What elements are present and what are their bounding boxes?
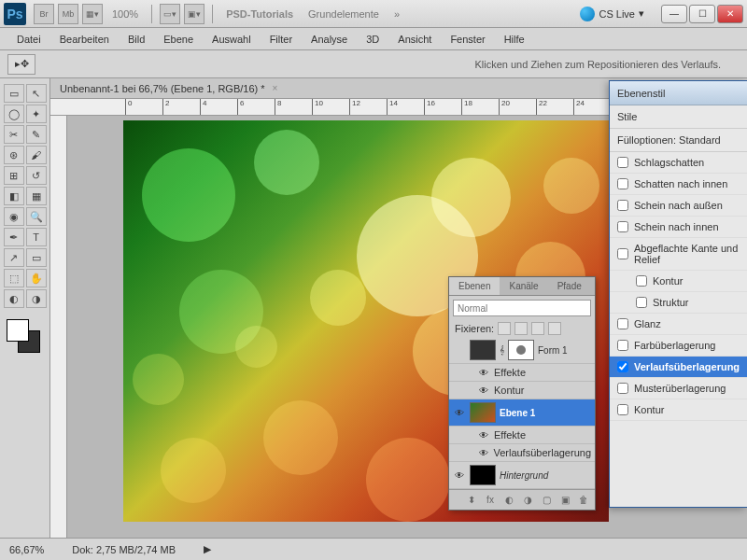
menu-filter[interactable]: Filter (261, 30, 302, 49)
tool-a[interactable]: ◐ (4, 289, 24, 308)
fx-row[interactable]: 👁Effekte (449, 364, 595, 382)
layer-thumb[interactable] (470, 340, 496, 360)
layer-thumb[interactable] (470, 465, 496, 485)
style-musterueberlagerung[interactable]: Musterüberlagerung (610, 378, 747, 399)
menu-hilfe[interactable]: Hilfe (495, 30, 534, 49)
style-schatten-innen[interactable]: Schatten nach innen (610, 174, 747, 195)
tool-heal[interactable]: ⊛ (4, 146, 24, 164)
style-schein-innen[interactable]: Schein nach innen (610, 217, 747, 238)
tool-brush[interactable]: 🖌 (26, 146, 47, 164)
dialog-title[interactable]: Ebenenstil (610, 81, 747, 105)
view-extras-icon[interactable]: ▦▾ (82, 4, 103, 24)
menu-ebene[interactable]: Ebene (154, 30, 203, 49)
style-kontur[interactable]: Kontur (610, 399, 747, 421)
adjustment-icon[interactable]: ◑ (520, 494, 535, 507)
style-farbueberlagerung[interactable]: Farbüberlagerung (610, 335, 747, 357)
tool-move2[interactable]: ↖ (26, 84, 47, 103)
tool-wand[interactable]: ✦ (26, 105, 47, 123)
fill-options-heading[interactable]: Fülloptionen: Standard (610, 129, 747, 152)
lock-position-icon[interactable] (531, 322, 544, 335)
tool-eraser[interactable]: ◧ (4, 187, 24, 205)
style-bevel[interactable]: Abgeflachte Kante und Relief (610, 238, 747, 271)
visibility-icon[interactable]: 👁 (453, 406, 466, 419)
toolbox: ▭↖ ◯✦ ✂✎ ⊛🖌 ⊞↺ ◧▦ ◉🔍 ✒T ↗▭ ⬚✋ ◐◑ (0, 78, 50, 538)
layer-thumb[interactable] (470, 402, 496, 423)
tab-kanaele[interactable]: Kanäle (500, 277, 547, 295)
layers-footer: ⬍ fx ◐ ◑ ▢ ▣ 🗑 (449, 489, 595, 510)
minimize-button[interactable]: — (661, 5, 687, 23)
new-layer-icon[interactable]: ▣ (557, 494, 572, 507)
layer-row[interactable]: 👁 Hintergrund (449, 462, 595, 489)
tool-move[interactable]: ▭ (4, 84, 24, 103)
layer-row[interactable]: 👁 Ebene 1 (449, 399, 595, 427)
status-arrow-icon[interactable]: ▶ (204, 543, 211, 555)
visibility-icon[interactable]: 👁 (453, 469, 466, 482)
workspace-more[interactable]: » (387, 8, 407, 20)
menu-datei[interactable]: Datei (7, 30, 50, 49)
tool-pen[interactable]: ✒ (4, 228, 24, 246)
menu-auswahl[interactable]: Auswahl (203, 30, 261, 49)
tool-stamp[interactable]: ⊞ (4, 166, 24, 185)
zoom-level[interactable]: 100% (105, 8, 146, 20)
menu-3d[interactable]: 3D (357, 30, 388, 49)
tool-lasso[interactable]: ◯ (4, 105, 24, 123)
workspace-psd-tutorials[interactable]: PSD-Tutorials (218, 8, 301, 20)
menubar: Datei Bearbeiten Bild Ebene Auswahl Filt… (0, 28, 747, 50)
group-icon[interactable]: ▢ (539, 494, 554, 507)
mask-icon[interactable]: ◐ (501, 494, 516, 507)
lock-pixels-icon[interactable] (514, 322, 528, 335)
tool-3d[interactable]: ⬚ (4, 269, 24, 287)
maximize-button[interactable]: ☐ (689, 5, 715, 23)
style-schein-aussen[interactable]: Schein nach außen (610, 195, 747, 217)
style-schlagschatten[interactable]: Schlagschatten (610, 152, 747, 174)
close-tab-icon[interactable]: × (273, 83, 278, 93)
style-kontur-sub[interactable]: Kontur (610, 271, 747, 292)
link-layers-icon[interactable]: ⬍ (464, 494, 479, 507)
fx-item[interactable]: 👁Kontur (449, 382, 595, 399)
tool-dodge[interactable]: 🔍 (26, 207, 47, 226)
tool-b[interactable]: ◑ (26, 289, 47, 308)
styles-heading[interactable]: Stile (610, 105, 747, 129)
style-struktur-sub[interactable]: Struktur (610, 292, 747, 314)
blend-mode-select[interactable]: Normal (453, 300, 591, 316)
layer-row[interactable]: 𝄞 Form 1 (449, 337, 595, 364)
lock-all-icon[interactable] (548, 322, 561, 335)
menu-fenster[interactable]: Fenster (441, 30, 494, 49)
color-swatches[interactable] (7, 319, 44, 357)
screen-mode-icon[interactable]: ▣▾ (184, 4, 204, 24)
menu-bearbeiten[interactable]: Bearbeiten (50, 30, 119, 49)
launch-bridge-icon[interactable]: Br (34, 4, 54, 24)
tool-hand[interactable]: ✋ (26, 269, 47, 287)
tool-gradient[interactable]: ▦ (26, 187, 47, 205)
style-glanz[interactable]: Glanz (610, 314, 747, 335)
menu-ansicht[interactable]: Ansicht (388, 30, 441, 49)
mask-thumb[interactable] (508, 340, 534, 360)
tool-history[interactable]: ↺ (26, 166, 47, 185)
style-verlaufsueberlagerung[interactable]: Verlaufsüberlagerung (610, 357, 747, 378)
arrange-docs-icon[interactable]: ▭▾ (160, 4, 180, 24)
lock-transparency-icon[interactable] (498, 322, 511, 335)
tool-shape[interactable]: ▭ (26, 248, 47, 267)
workspace-grundelemente[interactable]: Grundelemente (301, 8, 387, 20)
tab-pfade[interactable]: Pfade (548, 277, 591, 295)
tool-path[interactable]: ↗ (4, 248, 24, 267)
cs-live-button[interactable]: CS Live ▾ (572, 7, 652, 21)
tool-blur[interactable]: ◉ (4, 207, 24, 226)
tool-crop[interactable]: ✂ (4, 125, 24, 144)
tool-eyedrop[interactable]: ✎ (26, 125, 47, 144)
visibility-icon[interactable] (453, 343, 466, 357)
trash-icon[interactable]: 🗑 (576, 494, 591, 507)
fx-row[interactable]: 👁Effekte (449, 427, 595, 444)
menu-bild[interactable]: Bild (119, 30, 154, 49)
fx-item[interactable]: 👁Verlaufsüberlagerung (449, 444, 595, 462)
tab-ebenen[interactable]: Ebenen (449, 277, 500, 295)
move-tool-icon[interactable]: ▸✥ (7, 54, 35, 75)
layers-panel: Ebenen Kanäle Pfade Normal Fixieren: 𝄞 F… (448, 276, 596, 511)
menu-analyse[interactable]: Analyse (302, 30, 357, 49)
fx-icon[interactable]: fx (483, 494, 498, 507)
mini-bridge-icon[interactable]: Mb (58, 4, 78, 24)
tool-type[interactable]: T (26, 228, 47, 246)
fg-color[interactable] (7, 319, 29, 342)
status-zoom[interactable]: 66,67% (9, 544, 44, 555)
close-button[interactable]: ✕ (717, 5, 743, 23)
